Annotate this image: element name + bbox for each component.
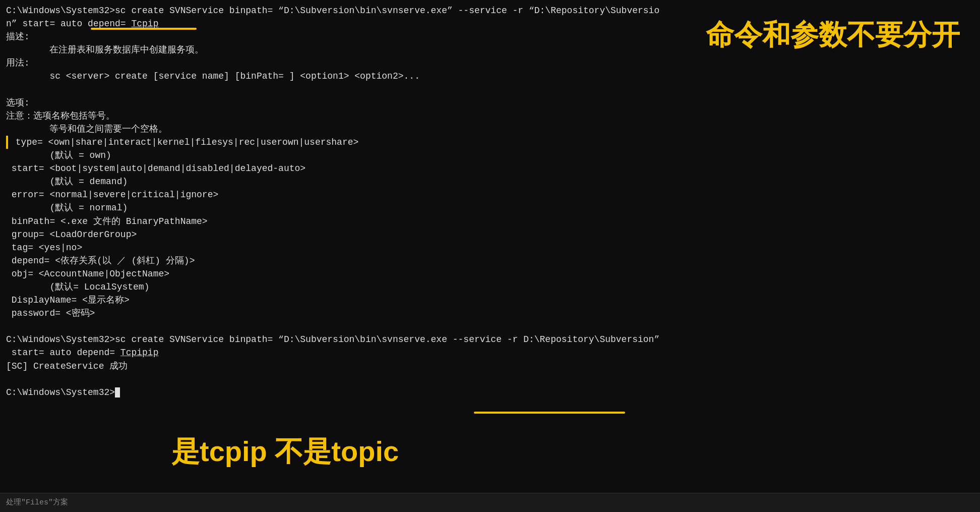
cmd-prompt: C:\Windows\System32> bbox=[6, 386, 974, 399]
annotation-cmd-params: 命令和参数不要分开 bbox=[706, 14, 960, 55]
binpath-line: binPath= <.exe 文件的 BinaryPathName> bbox=[6, 215, 974, 228]
usage-text: sc <server> create [service name] [binPa… bbox=[6, 70, 974, 83]
group-line: group= <LoadOrderGroup> bbox=[6, 228, 974, 241]
error-line: error= <normal|severe|critical|ignore> bbox=[6, 188, 974, 201]
start-default: (默认 = demand) bbox=[6, 175, 974, 188]
note-line-2: 等号和值之间需要一个空格。 bbox=[6, 123, 974, 136]
usage-label: 用法: bbox=[6, 56, 974, 70]
terminal-window: C:\Windows\System32>sc create SVNService… bbox=[0, 0, 980, 512]
blank-line-1 bbox=[6, 83, 974, 96]
obj-line: obj= <AccountName|ObjectName> bbox=[6, 267, 974, 280]
blank-line-2 bbox=[6, 320, 974, 333]
bottom-bar-text: 处理"Files"方案 bbox=[6, 497, 68, 508]
annotation-tcpip: 是tcpip 不是topic bbox=[171, 431, 399, 472]
depend-line: depend= <依存关系(以 ／ (斜杠) 分隔)> bbox=[6, 254, 974, 267]
cursor-block bbox=[115, 387, 120, 397]
type-line: type= <own|share|interact|kernel|filesys… bbox=[6, 136, 974, 149]
underline-tcpip-top bbox=[91, 28, 197, 30]
blank-line-3 bbox=[6, 373, 974, 386]
sc-success: [SC] CreateService 成功 bbox=[6, 360, 974, 373]
displayname-line: DisplayName= <显示名称> bbox=[6, 294, 974, 307]
start-line: start= <boot|system|auto|demand|disabled… bbox=[6, 162, 974, 175]
underline-tcpipip-bottom bbox=[474, 412, 625, 414]
cmd2b-line: start= auto depend= Tcpipip bbox=[6, 346, 974, 359]
type-default: (默认 = own) bbox=[6, 149, 974, 162]
bottom-bar: 处理"Files"方案 bbox=[0, 493, 980, 512]
obj-default: (默认= LocalSystem) bbox=[6, 280, 974, 294]
options-label: 选项: bbox=[6, 96, 974, 109]
error-default: (默认 = normal) bbox=[6, 201, 974, 214]
password-line: password= <密码> bbox=[6, 307, 974, 320]
cmd2-line: C:\Windows\System32>sc create SVNService… bbox=[6, 333, 974, 346]
tag-line: tag= <yes|no> bbox=[6, 241, 974, 254]
note-line-1: 注意：选项名称包括等号。 bbox=[6, 109, 974, 123]
